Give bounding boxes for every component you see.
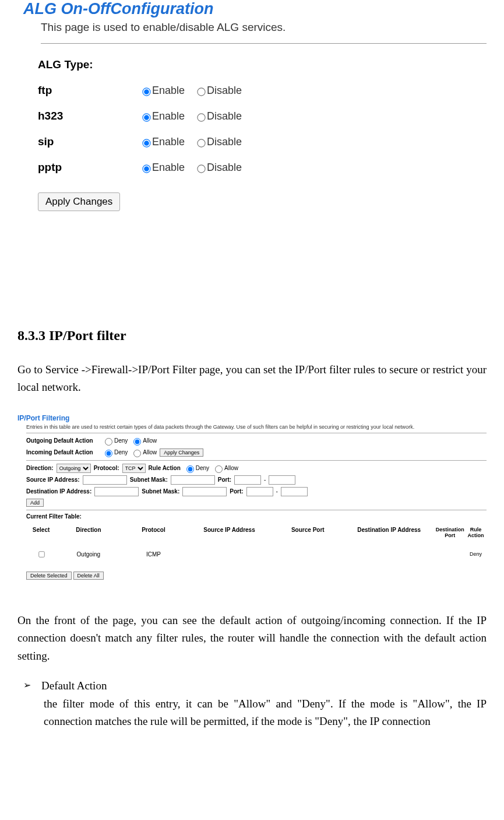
delete-all-button[interactable]: Delete All	[73, 572, 104, 580]
section-intro: Go to Service ->Firewall->IP/Port Filter…	[17, 361, 487, 397]
alg-description: This page is used to enable/disable ALG …	[41, 21, 504, 38]
header-select: Select	[26, 527, 56, 538]
src-ip-input[interactable]	[83, 475, 127, 485]
add-button[interactable]: Add	[26, 499, 44, 507]
bullet-body: the filter mode of this entry, it can be…	[44, 695, 487, 731]
current-filter-table-label: Current Filter Table:	[26, 513, 82, 520]
dest-ip-label: Destination IP Address:	[26, 488, 91, 495]
divider	[26, 510, 487, 510]
enable-label: Enable	[152, 85, 185, 96]
incoming-default-label: Incoming Default Action	[26, 449, 99, 455]
alg-h323-label: h323	[38, 110, 140, 122]
bullet-heading: Default Action	[41, 679, 107, 692]
direction-label: Direction:	[26, 465, 54, 471]
incoming-deny-radio[interactable]	[105, 450, 112, 457]
header-direction: Direction	[56, 527, 121, 538]
divider	[26, 433, 487, 433]
h323-enable-radio[interactable]	[142, 113, 150, 121]
outgoing-deny-radio[interactable]	[105, 438, 112, 446]
post-filter-text: On the front of the page, you can see th…	[17, 612, 487, 665]
direction-select[interactable]: Outgoing	[57, 464, 91, 473]
header-src-port: Source Port	[273, 527, 343, 538]
src-ip-label: Source IP Address:	[26, 476, 80, 483]
filter-description: Entries in this table are used to restri…	[26, 424, 487, 430]
outgoing-allow-radio[interactable]	[133, 438, 141, 446]
alg-title: ALG On-OffConfiguration	[23, 0, 504, 18]
deny-label: Deny	[196, 464, 209, 471]
apply-changes-button[interactable]: Apply Changes	[38, 192, 120, 211]
port-label: Port:	[218, 476, 231, 483]
alg-pptp-label: pptp	[38, 161, 140, 174]
header-rule-action: Rule Action	[465, 527, 487, 538]
header-src-ip: Source IP Address	[186, 527, 273, 538]
allow-label: Allow	[143, 448, 157, 455]
filter-table-header-row: Select Direction Protocol Source IP Addr…	[26, 527, 487, 538]
allow-label: Allow	[143, 437, 157, 443]
ftp-disable-radio[interactable]	[197, 87, 205, 96]
dest-port-from-input[interactable]	[246, 487, 273, 496]
rule-action-label: Rule Action	[149, 465, 181, 471]
alg-sip-label: sip	[38, 135, 140, 148]
incoming-allow-radio[interactable]	[133, 450, 141, 457]
filter-title: IP/Port Filtering	[17, 414, 487, 422]
sip-enable-radio[interactable]	[142, 139, 150, 147]
bullet-icon: ➢	[23, 679, 31, 692]
row-select-checkbox[interactable]	[38, 551, 44, 557]
dash: -	[276, 488, 278, 495]
rule-allow-radio[interactable]	[215, 465, 223, 473]
dest-subnet-input[interactable]	[182, 487, 227, 496]
allow-label: Allow	[224, 464, 238, 471]
section-heading: 8.3.3 IP/Port filter	[17, 328, 487, 344]
h323-disable-radio[interactable]	[197, 113, 205, 121]
dest-port-to-input[interactable]	[281, 487, 308, 496]
dash: -	[264, 476, 266, 483]
subnet-label: Subnet Mask:	[130, 476, 168, 483]
dest-ip-input[interactable]	[94, 487, 139, 496]
row-direction: Outgoing	[56, 551, 121, 558]
pptp-disable-radio[interactable]	[197, 164, 205, 173]
disable-label: Disable	[207, 110, 242, 122]
alg-ftp-label: ftp	[38, 84, 140, 97]
enable-label: Enable	[152, 162, 185, 173]
deny-label: Deny	[114, 448, 128, 455]
ftp-enable-radio[interactable]	[142, 87, 150, 96]
header-protocol: Protocol	[121, 527, 186, 538]
divider	[26, 460, 487, 461]
outgoing-default-label: Outgoing Default Action	[26, 437, 99, 444]
protocol-select[interactable]: TCP	[122, 464, 146, 473]
disable-label: Disable	[207, 136, 242, 148]
subnet-label: Subnet Mask:	[142, 488, 179, 495]
port-label: Port:	[230, 488, 243, 495]
enable-label: Enable	[152, 136, 185, 148]
deny-label: Deny	[114, 437, 128, 443]
disable-label: Disable	[207, 85, 242, 96]
enable-label: Enable	[152, 110, 185, 122]
src-port-to-input[interactable]	[269, 475, 295, 485]
filter-table-row: Outgoing ICMP Deny	[26, 549, 487, 560]
row-action: Deny	[465, 551, 487, 557]
src-port-from-input[interactable]	[234, 475, 261, 485]
divider	[41, 43, 487, 44]
rule-deny-radio[interactable]	[186, 465, 194, 473]
pptp-enable-radio[interactable]	[142, 164, 150, 173]
header-dest-ip: Destination IP Address	[343, 527, 435, 538]
alg-type-label: ALG Type:	[38, 58, 140, 71]
apply-changes-button[interactable]: Apply Changes	[160, 448, 203, 457]
delete-selected-button[interactable]: Delete Selected	[26, 572, 72, 580]
protocol-label: Protocol:	[94, 465, 119, 471]
src-subnet-input[interactable]	[171, 475, 215, 485]
sip-disable-radio[interactable]	[197, 139, 205, 147]
disable-label: Disable	[207, 162, 242, 173]
row-protocol: ICMP	[121, 551, 186, 558]
header-dest-port: Destination Port	[435, 527, 465, 538]
